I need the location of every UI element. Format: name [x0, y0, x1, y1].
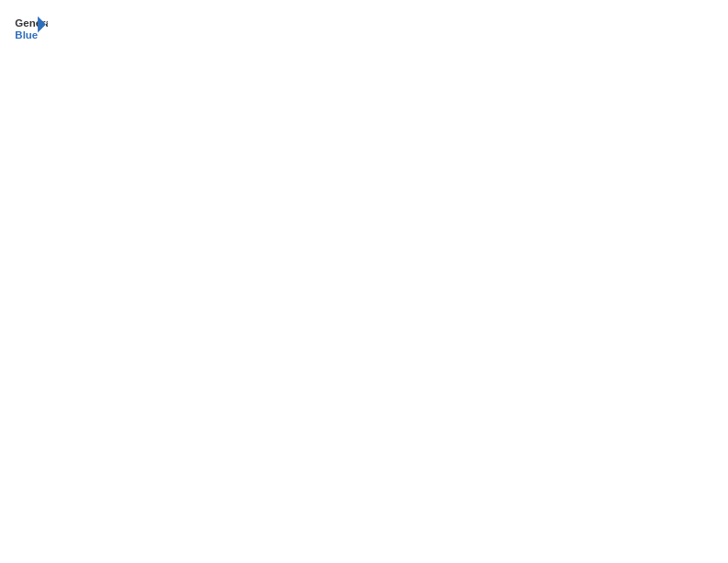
svg-text:Blue: Blue [15, 29, 38, 40]
header: General Blue [15, 15, 713, 42]
logo-icon: General Blue [15, 15, 48, 42]
logo: General Blue [15, 15, 48, 42]
